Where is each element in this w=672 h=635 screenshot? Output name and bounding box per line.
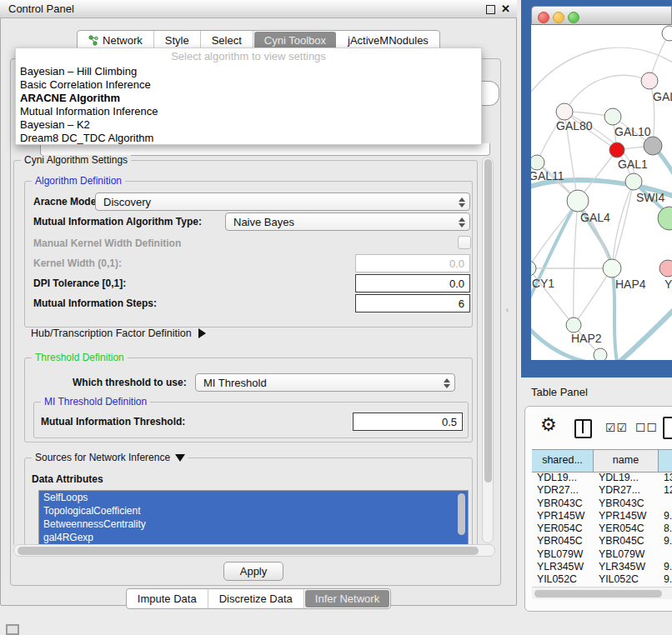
mi-threshold-input[interactable]: 0.5 bbox=[353, 412, 463, 431]
network-canvas[interactable]: GALGAL80GAL10GAL1GAL11SWI4GAL4GCY1HAP4YH… bbox=[531, 25, 672, 360]
table-column-header[interactable]: name bbox=[594, 450, 659, 472]
algorithm-option[interactable]: Bayesian – K2 bbox=[16, 118, 481, 132]
network-node-bottom-node[interactable] bbox=[594, 348, 607, 360]
aracne-mode-combo[interactable]: Discovery bbox=[95, 192, 470, 211]
attribute-list-item[interactable]: SelfLoops bbox=[39, 491, 468, 504]
dpi-tolerance-input[interactable]: 0.0 bbox=[355, 274, 470, 292]
scrollbar-thumb[interactable] bbox=[484, 159, 492, 482]
table-row[interactable]: YDR27...YDR27...12 bbox=[532, 484, 672, 497]
table-column-header[interactable]: shared... bbox=[532, 450, 594, 472]
splitter-handle[interactable]: ‹ bbox=[506, 307, 510, 314]
data-attributes-label: Data Attributes bbox=[32, 473, 103, 485]
table-row[interactable]: YIL052CYIL052C9. bbox=[532, 573, 672, 586]
network-node-gal-partial[interactable] bbox=[641, 72, 658, 89]
network-node-HAP4[interactable] bbox=[603, 259, 621, 278]
network-node-SWI4[interactable] bbox=[625, 173, 642, 190]
sources-title-text: Sources for Network Inference bbox=[35, 452, 170, 463]
algorithm-option[interactable]: Dream8 DC_TDC Algorithm bbox=[16, 132, 481, 145]
algorithm-option[interactable]: Bayesian – Hill Climbing bbox=[16, 65, 481, 78]
table-cell: 13 bbox=[659, 472, 672, 484]
tab-cyni-toolbox[interactable]: Cyni Toolbox bbox=[254, 32, 336, 49]
deselect-checks-icon[interactable]: ☐☐ bbox=[635, 421, 658, 434]
table-row[interactable]: YPR145WYPR145W9. bbox=[532, 510, 672, 522]
apply-button[interactable]: Apply bbox=[223, 562, 283, 581]
network-node-GAL10[interactable] bbox=[604, 108, 621, 125]
node-label-HAP4: HAP4 bbox=[615, 278, 646, 291]
mi-threshold-label: Mutual Information Threshold: bbox=[41, 416, 185, 428]
which-threshold-combo[interactable]: MI Threshold bbox=[195, 373, 455, 392]
node-label-pink-right: Y bbox=[664, 278, 672, 291]
mi-steps-input[interactable]: 6 bbox=[355, 294, 470, 312]
network-node-GAL11[interactable] bbox=[531, 155, 544, 170]
zoom-window-icon[interactable] bbox=[568, 12, 579, 23]
network-node-GAL4[interactable] bbox=[567, 190, 589, 212]
float-panel-icon[interactable] bbox=[486, 5, 495, 14]
split-view-icon[interactable] bbox=[574, 419, 592, 438]
table-cell: YBL079W bbox=[532, 548, 594, 561]
panel-grip-icon[interactable] bbox=[6, 624, 19, 635]
network-edge[interactable] bbox=[612, 182, 634, 268]
hub-definition-label: Hub/Transcription Factor Definition bbox=[31, 328, 192, 339]
document-icon[interactable] bbox=[663, 417, 672, 439]
table-row[interactable]: YER054CYER054C8. bbox=[532, 522, 672, 535]
select-all-checks-icon[interactable]: ☑☑ bbox=[605, 421, 628, 434]
table-cell: 9. bbox=[659, 535, 672, 548]
hub-definition-toggle[interactable]: Hub/Transcription Factor Definition bbox=[31, 328, 206, 339]
manual-kernel-checkbox[interactable] bbox=[458, 236, 471, 249]
minimize-window-icon[interactable] bbox=[553, 12, 564, 23]
network-node-HAP2[interactable] bbox=[566, 318, 581, 332]
tab-infer-network[interactable]: Infer Network bbox=[305, 590, 389, 608]
scrollbar-thumb[interactable] bbox=[18, 547, 479, 555]
close-window-icon[interactable] bbox=[538, 12, 549, 23]
network-node-GCY1[interactable] bbox=[531, 261, 536, 276]
table-row[interactable]: YBR045CYBR045C9. bbox=[532, 535, 672, 548]
settings-vertical-scrollbar[interactable] bbox=[482, 157, 494, 543]
control-panel-title: Control Panel bbox=[8, 2, 74, 15]
table-cell: YPR145W bbox=[532, 510, 594, 522]
tab-discretize-data[interactable]: Discretize Data bbox=[208, 589, 304, 608]
scrollbar-thumb[interactable] bbox=[534, 590, 662, 598]
table-horizontal-scrollbar[interactable] bbox=[532, 587, 672, 599]
network-node-GAL80[interactable] bbox=[556, 103, 573, 120]
close-panel-icon[interactable]: ✕ bbox=[501, 2, 510, 15]
network-edge[interactable] bbox=[531, 201, 578, 268]
mi-type-label: Mutual Information Algorithm Type: bbox=[33, 216, 202, 228]
desktop: Control Panel ✕ NetworkStyleSelectCyni T… bbox=[0, 0, 672, 635]
algorithm-option[interactable]: ARACNE Algorithm bbox=[16, 92, 481, 105]
mi-type-value: Naive Bayes bbox=[233, 216, 294, 228]
table-column-header[interactable] bbox=[659, 450, 672, 472]
network-window-titlebar[interactable] bbox=[531, 6, 672, 25]
table-row[interactable]: YBR043CYBR043C bbox=[532, 498, 672, 510]
network-edge[interactable] bbox=[574, 268, 612, 325]
settings-horizontal-scrollbar[interactable] bbox=[13, 544, 495, 557]
algorithm-definition-title: Algorithm Definition bbox=[32, 175, 125, 187]
mi-type-combo[interactable]: Naive Bayes bbox=[225, 212, 470, 231]
tab-impute-data[interactable]: Impute Data bbox=[127, 589, 208, 608]
combo-box-fragment bbox=[481, 81, 499, 106]
network-edge[interactable] bbox=[619, 307, 672, 360]
table-cell: YBR045C bbox=[594, 535, 659, 548]
network-node-big-green[interactable] bbox=[658, 207, 672, 230]
data-attributes-list[interactable]: SelfLoopsTopologicalCoefficientBetweenne… bbox=[38, 490, 469, 545]
attribute-list-item[interactable]: gal4RGexp bbox=[39, 531, 468, 544]
algorithm-option[interactable]: Mutual Information Inference bbox=[16, 105, 481, 118]
table-row[interactable]: YBL079WYBL079W bbox=[532, 548, 672, 561]
attributes-list-scrollbar[interactable] bbox=[458, 493, 465, 535]
table-row[interactable]: YDL19...YDL19...13 bbox=[532, 472, 672, 484]
network-node-pink-right[interactable] bbox=[659, 260, 672, 277]
network-node-GAL1[interactable] bbox=[609, 142, 624, 158]
network-edge[interactable] bbox=[564, 75, 649, 112]
kernel-width-input[interactable]: 0.0 bbox=[355, 254, 470, 272]
attribute-list-item[interactable]: TopologicalCoefficient bbox=[39, 504, 468, 518]
network-node-node-top[interactable] bbox=[662, 26, 672, 41]
network-edge[interactable] bbox=[574, 201, 578, 325]
algorithm-option[interactable]: Basic Correlation Inference bbox=[16, 78, 481, 92]
expanded-arrow-icon[interactable] bbox=[175, 454, 185, 462]
network-node-gray-node[interactable] bbox=[644, 137, 662, 155]
table-cell: YIL052C bbox=[594, 573, 659, 586]
node-label-GAL4: GAL4 bbox=[580, 211, 610, 224]
table-row[interactable]: YLR345WYLR345W9. bbox=[532, 561, 672, 573]
attribute-list-item[interactable]: BetweennessCentrality bbox=[39, 518, 468, 531]
gear-icon[interactable]: ⚙ bbox=[540, 414, 557, 436]
network-edge[interactable] bbox=[531, 201, 578, 308]
